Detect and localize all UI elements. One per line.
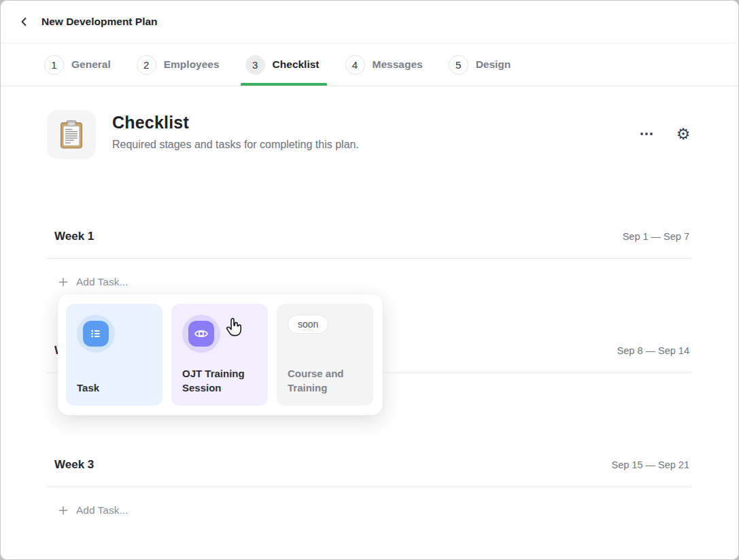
week-dates: Sep 8 — Sep 14	[617, 345, 689, 356]
week-title: Week 1	[54, 230, 94, 243]
section-subtitle: Required stages and tasks for completing…	[112, 139, 359, 151]
plus-icon	[58, 506, 68, 515]
section-actions: ⚙	[638, 125, 692, 143]
back-button[interactable]	[17, 15, 31, 29]
card-label: Task	[77, 381, 152, 395]
app-header: New Development Plan	[1, 1, 738, 43]
tab-employees[interactable]: 2 Employees	[137, 43, 220, 86]
section-header: Checklist Required stages and tasks for …	[47, 110, 692, 159]
tab-number: 5	[449, 55, 468, 75]
soon-badge: soon	[288, 315, 328, 334]
tab-label: Messages	[373, 58, 423, 71]
plus-icon	[58, 277, 68, 287]
card-label: OJT Training Session	[182, 366, 257, 395]
add-task-button[interactable]: Add Task...	[47, 504, 128, 517]
tab-number: 4	[345, 55, 365, 75]
week-title: Week 3	[54, 458, 94, 472]
task-type-card-course: soon Course and Training	[277, 304, 373, 406]
week-divider	[47, 487, 692, 487]
list-icon	[83, 321, 109, 347]
page-title: New Development Plan	[41, 16, 158, 28]
tab-label: General	[71, 58, 111, 71]
section-titles: Checklist Required stages and tasks for …	[112, 110, 359, 159]
task-type-popup: Task OJT Training Session soon Course an…	[58, 294, 383, 415]
tab-label: Checklist	[273, 58, 320, 71]
app-window: New Development Plan 1 General 2 Employe…	[0, 0, 739, 560]
tab-label: Design	[476, 58, 511, 71]
settings-button[interactable]: ⚙	[674, 125, 692, 143]
task-icon-circle	[77, 315, 115, 353]
clipboard-icon	[47, 110, 96, 159]
week-dates: Sep 15 — Sep 21	[612, 459, 689, 470]
week-header: Week 3 Sep 15 — Sep 21	[47, 458, 692, 472]
tab-messages[interactable]: 4 Messages	[345, 43, 423, 86]
more-options-button[interactable]	[638, 125, 655, 143]
section-title: Checklist	[112, 113, 359, 133]
ellipsis-icon	[640, 132, 653, 136]
gear-icon: ⚙	[676, 126, 691, 142]
step-tabbar: 1 General 2 Employees 3 Checklist 4 Mess…	[1, 43, 738, 86]
week-divider	[47, 258, 692, 259]
week-section-1: Week 1 Sep 1 — Sep 7 Add Task...	[47, 230, 692, 288]
ojt-icon-circle	[182, 315, 220, 353]
tab-number: 3	[245, 55, 265, 75]
add-task-label: Add Task...	[76, 504, 128, 517]
tab-design[interactable]: 5 Design	[449, 43, 511, 86]
tab-number: 2	[137, 55, 156, 75]
tab-checklist[interactable]: 3 Checklist	[245, 43, 320, 86]
chevron-left-icon	[18, 16, 29, 27]
add-task-label: Add Task...	[76, 276, 128, 288]
week-dates: Sep 1 — Sep 7	[623, 231, 689, 242]
task-type-card-ojt[interactable]: OJT Training Session	[171, 304, 268, 406]
tab-number: 1	[44, 55, 64, 75]
tab-general[interactable]: 1 General	[44, 43, 111, 86]
task-type-card-task[interactable]: Task	[66, 304, 162, 406]
week-section-3: Week 3 Sep 15 — Sep 21 Add Task...	[47, 458, 692, 517]
add-task-button[interactable]: Add Task...	[47, 276, 128, 288]
eye-icon	[188, 321, 214, 347]
tab-label: Employees	[164, 58, 220, 71]
week-header: Week 1 Sep 1 — Sep 7	[47, 230, 692, 243]
card-label: Course and Training	[288, 366, 362, 395]
